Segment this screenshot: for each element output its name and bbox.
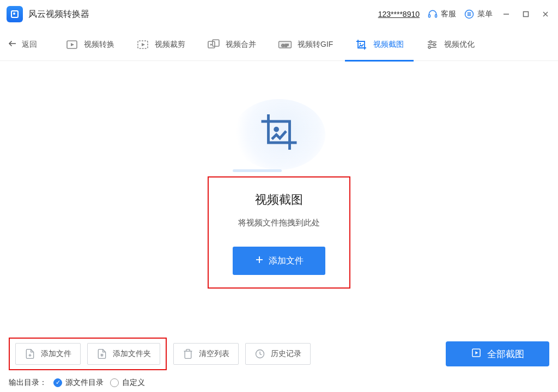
clear-list-label: 清空列表 (199, 349, 229, 359)
bottom-bar: 添加文件 添加文件夹 清空列表 历史记录 (0, 331, 558, 392)
svg-rect-1 (435, 15, 437, 17)
capture-all-button[interactable]: 全部截图 (446, 341, 549, 366)
image-crop-icon (355, 38, 368, 51)
add-file-label: 添加文件 (41, 349, 71, 359)
arrow-left-icon (8, 39, 17, 50)
nav-label: 视频转GIF (298, 40, 333, 50)
add-file-button-small[interactable]: 添加文件 (15, 343, 81, 365)
capture-all-label: 全部截图 (487, 348, 524, 360)
radio-source-dir[interactable]: 源文件目录 (53, 378, 104, 388)
window-minimize-button[interactable] (500, 8, 512, 20)
nav-video-optimize[interactable]: 视频优化 (416, 28, 484, 61)
svg-point-25 (433, 44, 435, 46)
back-label: 返回 (22, 40, 37, 50)
file-plus-icon (25, 348, 35, 359)
add-folder-label: 添加文件夹 (113, 349, 151, 359)
menu-label: 菜单 (477, 9, 493, 19)
nav-video-merge[interactable]: 视频合并 (197, 28, 266, 61)
drop-zone[interactable]: 视频截图 将视频文件拖拽到此处 添加文件 (208, 176, 350, 289)
headset-icon (427, 9, 438, 20)
svg-marker-12 (71, 43, 74, 46)
drop-title: 视频截图 (209, 192, 349, 208)
radio-custom-dir[interactable]: 自定义 (110, 378, 145, 388)
svg-rect-0 (429, 15, 430, 17)
nav-label: 视频转换 (84, 40, 114, 50)
account-id[interactable]: 123****8910 (378, 10, 420, 19)
plus-icon (254, 255, 264, 267)
trash-icon (183, 348, 193, 359)
svg-text:GIF: GIF (281, 42, 288, 47)
nav-label: 视频优化 (444, 40, 475, 50)
nav-label: 视频截图 (373, 40, 404, 50)
radio-custom-label: 自定义 (122, 378, 145, 388)
history-label: 历史记录 (271, 349, 301, 359)
play-merge-icon (207, 38, 220, 51)
back-button[interactable]: 返回 (8, 39, 43, 50)
nav-video-convert[interactable]: 视频转换 (56, 28, 124, 61)
history-button[interactable]: 历史记录 (245, 343, 311, 365)
nav-label: 视频合并 (226, 40, 256, 50)
menu-button[interactable]: 菜单 (464, 9, 493, 20)
support-label: 客服 (441, 9, 456, 19)
output-row: 输出目录： 源文件目录 自定义 (9, 378, 549, 388)
play-outline-icon (471, 347, 482, 361)
main-area: 视频截图 将视频文件拖拽到此处 添加文件 (0, 61, 558, 331)
folder-plus-icon (96, 348, 107, 359)
svg-marker-14 (142, 43, 145, 46)
clock-icon (254, 348, 265, 359)
illustration (233, 99, 325, 170)
sliders-icon (426, 38, 439, 51)
nav-video-crop[interactable]: 视频裁剪 (126, 28, 195, 61)
svg-rect-16 (213, 40, 219, 46)
nav-video-screenshot[interactable]: 视频截图 (345, 28, 414, 61)
svg-point-27 (274, 127, 279, 132)
add-folder-button[interactable]: 添加文件夹 (87, 343, 160, 365)
svg-rect-7 (524, 12, 529, 17)
title-bar: 风云视频转换器 123****8910 客服 菜单 (0, 0, 558, 28)
nav-video-to-gif[interactable]: GIF 视频转GIF (268, 28, 343, 61)
app-logo (7, 6, 23, 22)
output-label: 输出目录： (9, 378, 47, 388)
menu-list-icon (464, 9, 475, 20)
play-crop-icon (136, 38, 149, 51)
play-convert-icon (65, 38, 78, 51)
add-file-label: 添加文件 (269, 255, 304, 267)
drop-subtitle: 将视频文件拖拽到此处 (209, 218, 349, 228)
nav-toolbar: 返回 视频转换 视频裁剪 视频合并 GIF 视频转GIF 视频截图 (0, 28, 558, 61)
window-close-button[interactable] (539, 8, 551, 20)
svg-point-26 (428, 46, 430, 48)
svg-marker-37 (475, 351, 478, 354)
add-buttons-group: 添加文件 添加文件夹 (9, 338, 167, 370)
nav-label: 视频裁剪 (155, 40, 185, 50)
support-button[interactable]: 客服 (427, 9, 456, 20)
gif-icon: GIF (278, 38, 292, 51)
crop-image-illustration-icon (258, 111, 300, 155)
add-file-button[interactable]: 添加文件 (233, 247, 325, 275)
radio-source-label: 源文件目录 (65, 378, 104, 388)
window-maximize-button[interactable] (520, 8, 532, 20)
svg-point-24 (429, 41, 432, 43)
app-title: 风云视频转换器 (28, 9, 89, 20)
clear-list-button[interactable]: 清空列表 (173, 343, 239, 365)
svg-point-20 (360, 42, 361, 44)
